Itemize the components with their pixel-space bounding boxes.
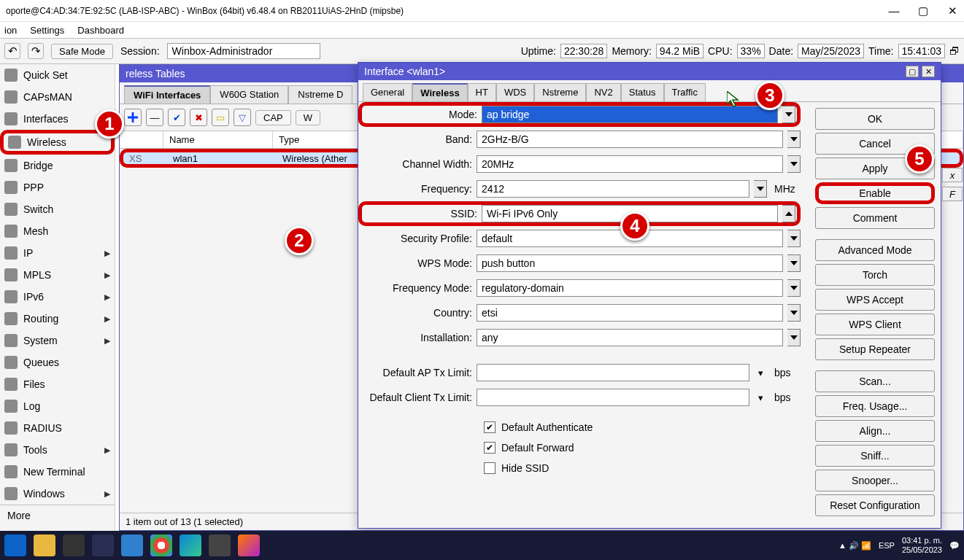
dropdown-icon[interactable]	[787, 230, 801, 247]
redo-icon[interactable]: ↷	[28, 43, 44, 59]
undo-icon[interactable]: ↶	[4, 43, 20, 59]
sidebar-item-log[interactable]: Log	[0, 395, 115, 417]
enable-icon[interactable]: ✔	[168, 109, 185, 126]
torch-button[interactable]: Torch	[815, 264, 935, 286]
filter-icon[interactable]: ▽	[234, 109, 251, 126]
checkbox-icon[interactable]	[484, 421, 496, 433]
minimize-icon[interactable]: ▢	[906, 66, 919, 77]
sidebar-item-switch[interactable]: Switch	[0, 198, 115, 220]
down-arrow-icon[interactable]: ▾	[754, 368, 767, 378]
enable-button[interactable]: Enable	[815, 182, 935, 204]
snooper--button[interactable]: Snooper...	[815, 470, 935, 491]
wps-client-button[interactable]: WPS Client	[815, 314, 935, 335]
sidebar-item-bridge[interactable]: Bridge	[0, 155, 115, 176]
tab-wifi-interfaces[interactable]: WiFi Interfaces	[124, 85, 210, 104]
tab-w60g[interactable]: W60G Station	[210, 85, 288, 104]
tab-traffic[interactable]: Traffic	[664, 83, 706, 101]
checkbox-icon[interactable]	[484, 462, 496, 474]
sidebar-item-system[interactable]: System▶	[0, 330, 115, 351]
dropdown-icon[interactable]	[787, 131, 801, 148]
sidebar-item-routing[interactable]: Routing▶	[0, 308, 115, 330]
mode-select[interactable]: ap bridge	[482, 106, 778, 123]
dropdown-icon[interactable]	[787, 279, 801, 297]
safe-mode-button[interactable]: Safe Mode	[51, 44, 113, 59]
sidebar-more[interactable]: More	[0, 505, 115, 526]
freq-usage--button[interactable]: Freq. Usage...	[815, 395, 935, 417]
close-icon[interactable]: ✕	[946, 5, 958, 16]
advanced-mode-button[interactable]: Advanced Mode	[815, 239, 935, 261]
sidebar-item-ipv6[interactable]: IPv6▶	[0, 286, 115, 308]
sidebar-item-wireless[interactable]: Wireless	[0, 130, 115, 155]
sidebar-item-mesh[interactable]: Mesh	[0, 220, 115, 242]
ap-tx-input[interactable]	[477, 364, 749, 381]
w-button[interactable]: W	[296, 110, 320, 125]
tab-nstreme[interactable]: Nstreme	[534, 83, 586, 101]
time-value: 15:41:03	[898, 44, 946, 58]
tab-wds[interactable]: WDS	[496, 83, 534, 101]
close-icon[interactable]: ✕	[922, 66, 935, 77]
dropdown-icon[interactable]	[787, 304, 801, 322]
lock-icon[interactable]: 🗗	[949, 45, 960, 57]
sniff--button[interactable]: Sniff...	[815, 445, 935, 467]
tab-nv2[interactable]: NV2	[586, 83, 620, 101]
installation-select[interactable]: any	[477, 329, 783, 346]
dropdown-icon[interactable]	[787, 254, 801, 272]
sidebar-item-queues[interactable]: Queues	[0, 351, 115, 373]
sidebar-icon	[4, 225, 18, 238]
client-tx-input[interactable]	[477, 389, 749, 406]
sidebar-item-new-terminal[interactable]: New Terminal	[0, 461, 115, 483]
sidebar-item-tools[interactable]: Tools▶	[0, 439, 115, 461]
up-arrow-icon[interactable]	[782, 205, 795, 222]
setup-repeater-button[interactable]: Setup Repeater	[815, 338, 935, 360]
maximize-icon[interactable]: ▢	[917, 5, 929, 16]
field-channel-width: Channel Width:20MHz	[358, 152, 801, 176]
checkbox-icon[interactable]	[484, 442, 496, 454]
sidebar-item-quick-set[interactable]: Quick Set	[0, 64, 115, 86]
col-name[interactable]: Name	[163, 131, 273, 148]
sidebar-item-ppp[interactable]: PPP	[0, 176, 115, 198]
dropdown-icon[interactable]	[787, 329, 801, 346]
sidebar-item-windows[interactable]: Windows▶	[0, 483, 115, 505]
country-select[interactable]: etsi	[477, 304, 783, 322]
reset-configuration-button[interactable]: Reset Configuration	[815, 494, 935, 516]
find-button[interactable]: F	[942, 187, 963, 201]
sidebar-item-ip[interactable]: IP▶	[0, 242, 115, 264]
sidebar-item-files[interactable]: Files	[0, 373, 115, 395]
tab-ht[interactable]: HT	[468, 83, 496, 101]
add-icon[interactable]	[124, 109, 142, 126]
session-value[interactable]: Winbox-Administrador	[167, 43, 320, 59]
remove-icon[interactable]: —	[146, 109, 163, 126]
wps-select[interactable]: push button	[477, 254, 783, 272]
cap-button[interactable]: CAP	[255, 110, 291, 125]
comment-icon[interactable]: ▭	[212, 109, 229, 126]
sidebar-item-capsman[interactable]: CAPsMAN	[0, 86, 115, 108]
channel-width-select[interactable]: 20MHz	[477, 155, 783, 173]
align--button[interactable]: Align...	[815, 420, 935, 442]
ok-button[interactable]: OK	[815, 108, 935, 130]
dropdown-icon[interactable]	[787, 155, 801, 173]
tab-status[interactable]: Status	[621, 83, 664, 101]
col-flag[interactable]	[120, 131, 163, 148]
down-arrow-icon[interactable]: ▾	[754, 392, 767, 403]
disable-icon[interactable]: ✖	[190, 109, 207, 126]
comment-button[interactable]: Comment	[815, 207, 935, 229]
sidebar-item-radius[interactable]: RADIUS	[0, 417, 115, 439]
window-title: oporte@C4:AD:34:7E:92:5C (LAB-ISP-ABC) -…	[6, 6, 888, 16]
band-select[interactable]: 2GHz-B/G	[477, 131, 783, 148]
tab-wireless[interactable]: Wireless	[412, 83, 467, 101]
minimize-icon[interactable]: —	[888, 5, 900, 16]
tab-nstreme[interactable]: Nstreme D	[288, 85, 352, 104]
dropdown-icon[interactable]	[754, 180, 767, 198]
dropdown-icon[interactable]	[782, 106, 795, 123]
freq-mode-select[interactable]: regulatory-domain	[477, 279, 783, 297]
scan--button[interactable]: Scan...	[815, 370, 935, 392]
menu-item[interactable]: Dashboard	[77, 25, 124, 36]
sidebar-item-mpls[interactable]: MPLS▶	[0, 264, 115, 286]
tab-general[interactable]: General	[363, 83, 412, 101]
wps-accept-button[interactable]: WPS Accept	[815, 289, 935, 311]
frequency-select[interactable]: 2412	[477, 180, 749, 198]
close-tab-button[interactable]: x	[942, 168, 963, 182]
interface-title-bar[interactable]: Interface <wlan1> ▢ ✕	[358, 63, 941, 80]
menu-item[interactable]: ion	[4, 25, 17, 36]
menu-item[interactable]: Settings	[30, 25, 64, 36]
